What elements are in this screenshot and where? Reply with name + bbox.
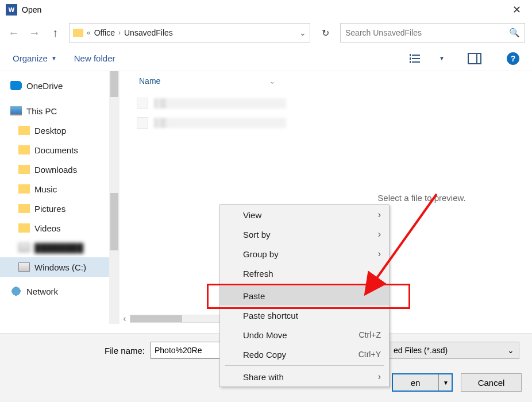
file-name-redacted <box>154 98 286 109</box>
scrollbar-thumb[interactable] <box>130 315 182 322</box>
menu-item-undo-move[interactable]: Undo Move Ctrl+Z <box>220 325 389 345</box>
file-list[interactable] <box>119 91 311 131</box>
sidebar-item-documents[interactable]: Documents <box>0 140 119 160</box>
title-bar: W Open ✕ <box>0 0 532 20</box>
cloud-icon <box>10 81 22 90</box>
forward-button[interactable]: → <box>28 26 41 40</box>
sidebar-label-desktop: Desktop <box>34 126 66 136</box>
folder-icon <box>18 204 30 213</box>
file-icon <box>137 98 148 109</box>
svg-rect-0 <box>410 54 411 56</box>
column-header-name[interactable]: Name <box>139 76 160 86</box>
sidebar-item-downloads[interactable]: Downloads <box>0 160 119 179</box>
menu-item-paste[interactable]: Paste <box>220 286 389 306</box>
up-button[interactable]: ↑ <box>48 26 62 40</box>
sidebar-item-network[interactable]: Network <box>0 281 119 301</box>
scrollbar-thumb[interactable] <box>110 71 118 97</box>
context-menu: View › Sort by › Group by › Refresh Past… <box>219 204 390 387</box>
address-bar[interactable]: « Office › UnsavedFiles ⌄ <box>69 23 310 42</box>
view-mode-dropdown[interactable]: ▼ <box>439 55 445 61</box>
sidebar-item-onedrive[interactable]: OneDrive <box>0 76 119 95</box>
sidebar-label-redacted: ████████ <box>34 243 83 253</box>
menu-item-group-by[interactable]: Group by › <box>220 244 389 264</box>
submenu-arrow-icon: › <box>378 249 381 259</box>
address-dropdown-icon[interactable]: ⌄ <box>299 28 306 37</box>
folder-icon <box>73 29 83 37</box>
menu-item-share-with[interactable]: Share with › <box>220 367 389 386</box>
sidebar-item-desktop[interactable]: Desktop <box>0 121 119 140</box>
menu-label: Share with <box>243 372 284 382</box>
word-app-icon: W <box>6 4 17 16</box>
view-mode-button[interactable] <box>407 52 425 65</box>
pc-icon <box>10 106 22 115</box>
sidebar-item-windows-c[interactable]: Windows (C:) <box>0 257 119 277</box>
menu-label: Sort by <box>243 230 271 239</box>
list-item[interactable] <box>137 115 311 131</box>
close-button[interactable]: ✕ <box>507 0 526 20</box>
back-button[interactable]: ← <box>7 26 21 40</box>
folder-icon <box>18 165 30 174</box>
sidebar-label-videos: Videos <box>34 223 61 233</box>
navigation-pane: OneDrive This PC Desktop Documents Downl… <box>0 71 119 324</box>
sidebar-item-redacted[interactable]: ████████ <box>0 238 119 257</box>
sidebar-scrollbar[interactable] <box>109 71 119 324</box>
organize-button[interactable]: Organize ▼ <box>13 53 57 63</box>
sidebar-label-network: Network <box>26 287 58 296</box>
sidebar-label-windows-c: Windows (C:) <box>34 262 86 272</box>
sidebar-label-thispc: This PC <box>26 106 57 116</box>
filename-label: File name: <box>0 346 151 355</box>
drive-icon <box>18 243 30 252</box>
list-item[interactable] <box>137 95 311 111</box>
file-type-value: ed Files (*.asd) <box>394 346 448 355</box>
sidebar-item-pictures[interactable]: Pictures <box>0 199 119 218</box>
sidebar-item-music[interactable]: Music <box>0 179 119 199</box>
search-icon[interactable]: 🔍 <box>509 28 520 38</box>
window-title: Open <box>22 5 41 14</box>
open-button[interactable]: en ▼ <box>392 373 453 392</box>
sidebar-label-pictures: Pictures <box>34 204 65 214</box>
menu-item-sort-by[interactable]: Sort by › <box>220 225 389 244</box>
folder-icon <box>18 145 30 154</box>
chevron-down-icon: ▼ <box>51 55 57 61</box>
file-name-redacted <box>154 118 286 128</box>
file-icon <box>137 117 148 129</box>
preview-hint: Select a file to preview. <box>377 193 465 203</box>
open-split-dropdown-icon[interactable]: ▼ <box>443 380 449 386</box>
folder-icon <box>18 126 30 135</box>
sidebar-item-thispc[interactable]: This PC <box>0 101 119 121</box>
menu-label: Group by <box>243 249 279 259</box>
file-type-dropdown[interactable]: ed Files (*.asd) ⌄ <box>388 342 519 359</box>
new-folder-button[interactable]: New folder <box>74 53 115 63</box>
menu-separator <box>225 365 384 366</box>
menu-label: Refresh <box>243 269 273 279</box>
sidebar-label-music: Music <box>34 184 57 194</box>
search-input[interactable] <box>345 28 509 37</box>
sidebar-label-onedrive: OneDrive <box>26 81 63 91</box>
folder-icon <box>18 223 30 233</box>
menu-label: Paste shortcut <box>243 311 298 320</box>
scroll-left-icon[interactable]: ‹ <box>119 314 130 324</box>
submenu-arrow-icon: › <box>378 210 381 220</box>
refresh-button[interactable]: ↻ <box>317 25 333 41</box>
menu-shortcut: Ctrl+Y <box>358 350 381 359</box>
network-icon <box>10 287 22 296</box>
folder-icon <box>18 184 30 194</box>
breadcrumb-seg-office[interactable]: Office <box>94 28 115 37</box>
search-box[interactable]: 🔍 <box>340 23 525 42</box>
help-button[interactable]: ? <box>507 52 519 65</box>
menu-item-view[interactable]: View › <box>220 205 389 225</box>
cancel-button[interactable]: Cancel <box>461 373 522 392</box>
menu-label: Redo Copy <box>243 350 286 360</box>
sidebar-item-videos[interactable]: Videos <box>0 218 119 238</box>
scrollbar-thumb[interactable] <box>110 193 118 250</box>
preview-pane-button[interactable] <box>468 53 481 64</box>
column-header-row: Name ⌃ <box>119 71 311 91</box>
breadcrumb-sep: › <box>118 29 121 37</box>
menu-item-redo-copy[interactable]: Redo Copy Ctrl+Y <box>220 345 389 364</box>
submenu-arrow-icon: › <box>378 372 381 382</box>
menu-label: Paste <box>243 291 265 301</box>
breadcrumb-seg-unsaved[interactable]: UnsavedFiles <box>124 28 173 37</box>
address-overflow-chevron[interactable]: « <box>87 29 91 37</box>
menu-item-paste-shortcut[interactable]: Paste shortcut <box>220 306 389 325</box>
menu-item-refresh[interactable]: Refresh <box>220 264 389 283</box>
